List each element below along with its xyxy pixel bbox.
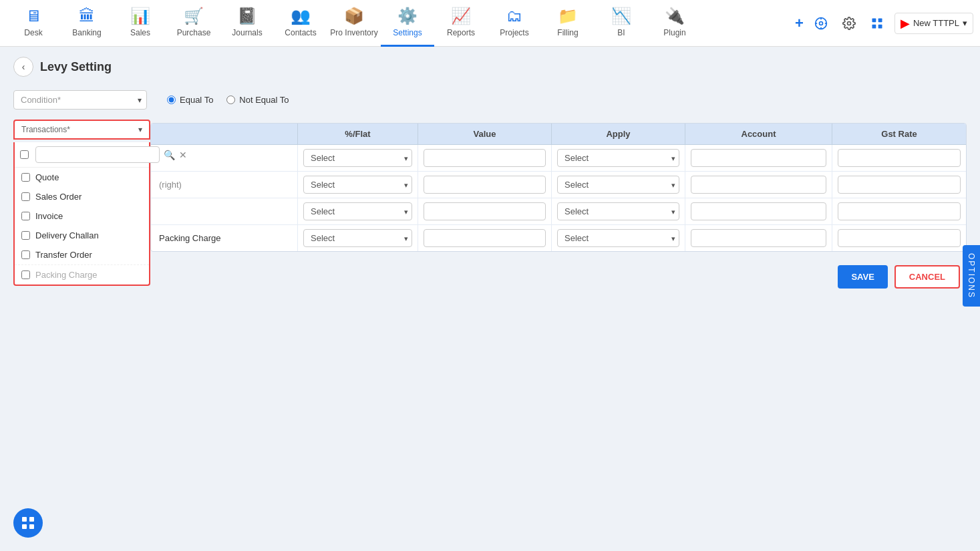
svg-rect-7	[872, 18, 876, 22]
nav-banking[interactable]: 🏛 Banking	[60, 0, 114, 47]
row4-account[interactable]	[685, 225, 832, 251]
condition-dropdown[interactable]: Condition* ▾	[13, 90, 147, 110]
page-header: ‹ Levy Setting	[13, 57, 967, 77]
row2-apply-select[interactable]: SelectOn TotalOn Amount ▾	[557, 176, 679, 194]
nav-journals[interactable]: 📓 Journals	[220, 0, 274, 47]
cancel-button[interactable]: CANCEL	[894, 265, 960, 289]
row4-gst-rate[interactable]	[832, 225, 966, 251]
clear-icon[interactable]: ✕	[179, 150, 187, 160]
add-button[interactable]: +	[795, 15, 804, 32]
row2-percent-flat-select[interactable]: SelectPercentageFlat ▾	[303, 176, 412, 194]
row2-gst-input[interactable]	[838, 176, 961, 194]
sales-order-label: Sales Order	[35, 192, 81, 202]
row4-percent-flat-select[interactable]: SelectPercentageFlat ▾	[303, 229, 412, 247]
transaction-search-input[interactable]	[35, 146, 160, 163]
row1-percent-flat-select[interactable]: SelectPercentageFlat ▾	[303, 149, 412, 167]
invoice-checkbox[interactable]	[21, 212, 30, 220]
row1-gst-input[interactable]	[838, 149, 961, 167]
transfer-order-label: Transfer Order	[35, 250, 92, 260]
nav-settings[interactable]: ⚙️ Settings	[381, 0, 434, 47]
table-body: SelectPercentageFlat ▾ SelectOn TotalOn …	[151, 145, 966, 251]
svg-point-1	[819, 21, 822, 25]
row4-value-input[interactable]	[424, 229, 546, 247]
bi-icon: 📉	[611, 7, 631, 25]
condition-select[interactable]: Condition*	[13, 90, 147, 110]
row4-account-input[interactable]	[691, 229, 826, 247]
row1-account[interactable]	[685, 145, 832, 171]
levy-table: %/Flat Value Apply Account Gst Rate Sele…	[150, 123, 967, 252]
row3-gst-input[interactable]	[838, 202, 961, 220]
row1-gst-rate[interactable]	[832, 145, 966, 171]
sales-icon: 📊	[130, 7, 150, 25]
table-row: SelectPercentageFlat ▾ SelectOn TotalOn …	[151, 145, 966, 172]
row2-account-input[interactable]	[691, 176, 826, 194]
row2-gst-rate[interactable]	[832, 172, 966, 198]
page-content: ‹ Levy Setting Condition* ▾ Equal To Not…	[0, 47, 980, 551]
location-icon-button[interactable]	[810, 13, 832, 34]
packing-charge-label: Packing Charge	[35, 270, 98, 280]
table-header: %/Flat Value Apply Account Gst Rate	[151, 124, 966, 145]
grid-icon-button[interactable]	[866, 13, 888, 34]
nav-bi[interactable]: 📉 BI	[595, 0, 648, 47]
nav-contacts[interactable]: 👥 Contacts	[274, 0, 327, 47]
row3-value[interactable]	[418, 198, 552, 224]
settings-gear-button[interactable]	[838, 13, 860, 34]
nav-reports[interactable]: 📈 Reports	[434, 0, 488, 47]
nav-proinventory[interactable]: 📦 Pro Inventory	[327, 0, 381, 47]
row2-value-input[interactable]	[424, 176, 546, 194]
nav-bi-label: BI	[617, 28, 625, 37]
row3-percent-flat-select[interactable]: SelectPercentageFlat ▾	[303, 202, 412, 220]
th-account: Account	[685, 124, 832, 144]
row1-value[interactable]	[418, 145, 552, 171]
row4-gst-input[interactable]	[838, 229, 961, 247]
option-packing-charge[interactable]: Packing Charge	[15, 264, 149, 285]
row3-account[interactable]	[685, 198, 832, 224]
row2-value[interactable]	[418, 172, 552, 198]
quote-checkbox[interactable]	[21, 173, 30, 182]
row4-name: Packing Charge	[151, 225, 298, 251]
select-all-checkbox[interactable]	[20, 150, 29, 159]
nav-purchase[interactable]: 🛒 Purchase	[167, 0, 220, 47]
grid-button[interactable]	[13, 508, 43, 538]
not-equal-to-radio[interactable]: Not Equal To	[226, 95, 289, 105]
option-transfer-order[interactable]: Transfer Order	[15, 245, 149, 264]
sales-order-checkbox[interactable]	[21, 192, 30, 201]
delivery-challan-checkbox[interactable]	[21, 231, 30, 240]
table-row: SelectPercentageFlat ▾ SelectOn TotalOn …	[151, 198, 966, 225]
row4-value[interactable]	[418, 225, 552, 251]
proinventory-icon: 📦	[344, 7, 364, 25]
row1-value-input[interactable]	[424, 149, 546, 167]
nav-contacts-label: Contacts	[285, 28, 316, 37]
row3-value-input[interactable]	[424, 202, 546, 220]
equal-to-radio[interactable]: Equal To	[167, 95, 213, 105]
row1-account-input[interactable]	[691, 149, 826, 167]
packing-charge-checkbox[interactable]	[21, 270, 30, 279]
journals-icon: 📓	[237, 7, 257, 25]
back-button[interactable]: ‹	[13, 57, 33, 77]
settings-icon: ⚙️	[397, 7, 418, 25]
row2-account[interactable]	[685, 172, 832, 198]
option-quote[interactable]: Quote	[15, 168, 149, 187]
banking-icon: 🏛	[79, 7, 95, 25]
nav-projects[interactable]: 🗂 Projects	[488, 0, 541, 47]
nav-desk[interactable]: 🖥 Desk	[7, 0, 60, 47]
transactions-chevron-icon: ▾	[138, 125, 142, 134]
row4-percent-flat: SelectPercentageFlat ▾	[298, 225, 418, 251]
row3-account-input[interactable]	[691, 202, 826, 220]
svg-rect-14	[29, 524, 34, 529]
save-button[interactable]: SAVE	[838, 265, 887, 289]
option-invoice[interactable]: Invoice	[15, 206, 149, 226]
transfer-order-checkbox[interactable]	[21, 250, 30, 259]
user-badge[interactable]: ▶ New TTTPL ▾	[894, 13, 973, 34]
nav-plugin[interactable]: 🔌 Plugin	[648, 0, 701, 47]
nav-sales[interactable]: 📊 Sales	[114, 0, 167, 47]
nav-filling[interactable]: 📁 Filling	[541, 0, 595, 47]
row3-apply-select[interactable]: SelectOn TotalOn Amount ▾	[557, 202, 679, 220]
transactions-header[interactable]: Transactions* ▾	[13, 120, 150, 140]
row4-apply-select[interactable]: SelectOn TotalOn Amount ▾	[557, 229, 679, 247]
row3-gst-rate[interactable]	[832, 198, 966, 224]
option-delivery-challan[interactable]: Delivery Challan	[15, 226, 149, 245]
options-tab[interactable]: OPTIONS	[963, 244, 980, 306]
row1-apply-select[interactable]: SelectOn TotalOn Amount ▾	[557, 149, 679, 167]
option-sales-order[interactable]: Sales Order	[15, 187, 149, 206]
